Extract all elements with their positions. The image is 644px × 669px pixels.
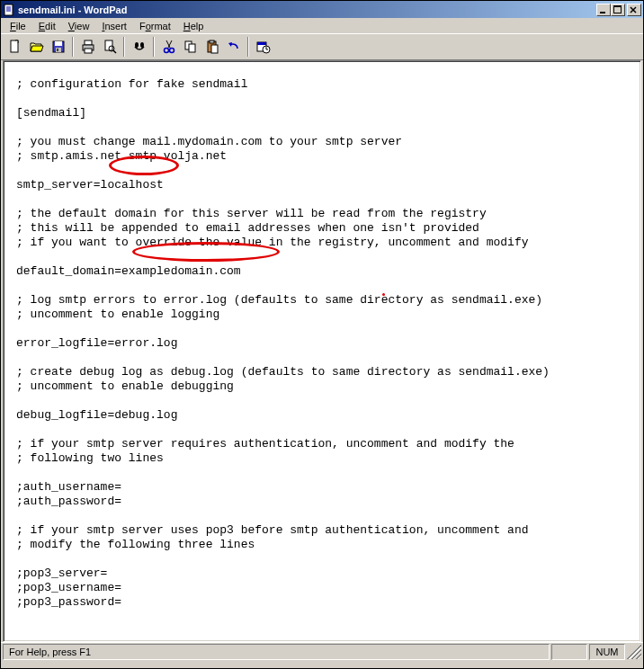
menu-view[interactable]: View (63, 20, 95, 32)
undo-button[interactable] (223, 37, 244, 57)
svg-point-24 (164, 49, 168, 53)
print-button[interactable] (77, 37, 98, 57)
window-buttons (596, 4, 641, 16)
print-preview-button[interactable] (99, 37, 120, 57)
menu-help[interactable]: Help (178, 20, 210, 32)
close-button[interactable] (627, 4, 641, 16)
status-bar: For Help, press F1 NUM (1, 642, 643, 660)
status-caps (551, 644, 587, 660)
svg-rect-0 (4, 4, 13, 15)
find-button[interactable] (129, 37, 149, 57)
svg-point-25 (169, 49, 174, 53)
menu-format-label: rmat (151, 21, 171, 31)
menu-help-label: elp (191, 21, 204, 31)
svg-marker-31 (228, 42, 232, 47)
svg-rect-33 (257, 42, 266, 45)
svg-rect-14 (85, 40, 92, 45)
svg-rect-9 (11, 40, 18, 52)
menu-edit-label: dit (45, 21, 56, 31)
menu-file[interactable]: File (4, 20, 31, 32)
svg-line-23 (168, 40, 172, 48)
title-bar: sendmail.ini - WordPad (1, 1, 643, 18)
maximize-button[interactable] (611, 4, 625, 16)
annotation-dot (382, 293, 385, 296)
toolbar-separator (247, 37, 249, 57)
annotation-circle-exampledomain (132, 242, 280, 262)
toolbar-separator (123, 37, 125, 57)
svg-rect-29 (210, 40, 214, 43)
menu-insert-label: nsert (104, 21, 126, 31)
menu-file-label: ile (16, 21, 26, 31)
svg-rect-11 (55, 41, 62, 46)
toolbar-separator (72, 37, 74, 57)
open-button[interactable] (26, 37, 47, 57)
svg-rect-30 (211, 45, 218, 53)
svg-line-19 (113, 50, 116, 53)
menu-view-label: iew (75, 21, 90, 31)
copy-button[interactable] (180, 37, 201, 57)
menu-insert[interactable]: Insert (96, 20, 132, 32)
editor-wrap: ; configuration for fake sendmail [sendm… (3, 60, 641, 642)
svg-rect-27 (189, 44, 195, 52)
text-editor[interactable]: ; configuration for fake sendmail [sendm… (3, 60, 641, 642)
toolbar (1, 33, 643, 60)
resize-grip[interactable] (627, 645, 641, 659)
svg-rect-6 (613, 5, 622, 7)
new-button[interactable] (4, 37, 25, 57)
menu-edit[interactable]: Edit (33, 20, 61, 32)
window-title: sendmail.ini - WordPad (18, 4, 596, 15)
menu-bar: File Edit View Insert Format Help (1, 18, 643, 33)
svg-line-22 (166, 40, 170, 48)
toolbar-separator (153, 37, 155, 57)
svg-rect-16 (85, 49, 92, 53)
menu-format[interactable]: Format (134, 20, 176, 32)
paste-button[interactable] (201, 37, 222, 57)
cut-button[interactable] (158, 37, 179, 57)
status-help-text: For Help, press F1 (3, 644, 550, 660)
wordpad-doc-icon (3, 4, 15, 16)
datetime-button[interactable] (253, 37, 273, 57)
annotation-circle-localhost (109, 156, 179, 175)
svg-rect-4 (600, 12, 605, 13)
save-button[interactable] (48, 37, 68, 57)
status-num: NUM (589, 644, 625, 660)
svg-rect-13 (57, 49, 58, 51)
minimize-button[interactable] (596, 4, 611, 16)
